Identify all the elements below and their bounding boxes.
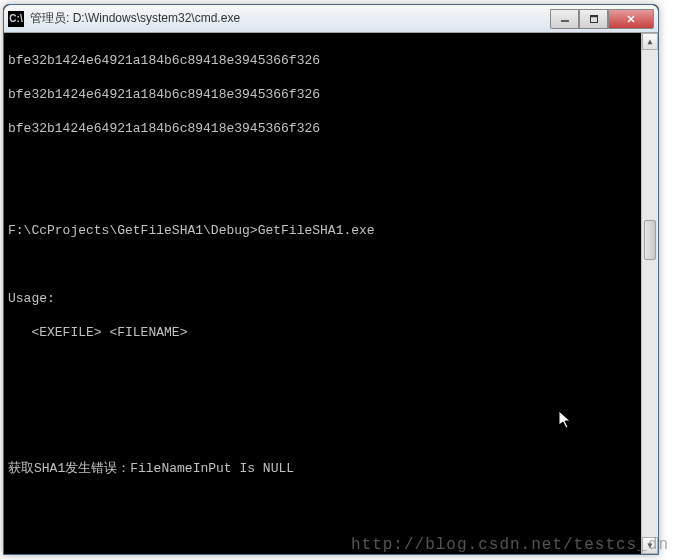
- output-line: [8, 494, 637, 511]
- console-output[interactable]: bfe32b1424e64921a184b6c89418e3945366f326…: [4, 33, 641, 554]
- window-title: 管理员: D:\Windows\system32\cmd.exe: [30, 10, 550, 27]
- content-area: bfe32b1424e64921a184b6c89418e3945366f326…: [4, 33, 658, 554]
- scroll-track[interactable]: [642, 50, 658, 537]
- error-line: 获取SHA1发生错误：FileNameInPut Is NULL: [8, 460, 637, 477]
- maximize-button[interactable]: [579, 9, 608, 29]
- output-line: [8, 528, 637, 545]
- titlebar[interactable]: C:\ 管理员: D:\Windows\system32\cmd.exe: [4, 5, 658, 33]
- output-line: [8, 358, 637, 375]
- scroll-up-button[interactable]: ▲: [642, 33, 658, 50]
- output-line: bfe32b1424e64921a184b6c89418e3945366f326: [8, 52, 637, 69]
- close-button[interactable]: [608, 9, 654, 29]
- output-line: [8, 188, 637, 205]
- output-line: Usage:: [8, 290, 637, 307]
- minimize-button[interactable]: [550, 9, 579, 29]
- output-line: bfe32b1424e64921a184b6c89418e3945366f326: [8, 86, 637, 103]
- output-line: [8, 256, 637, 273]
- output-line: bfe32b1424e64921a184b6c89418e3945366f326: [8, 120, 637, 137]
- scroll-thumb[interactable]: [644, 220, 656, 260]
- window-controls: [550, 9, 654, 29]
- output-line: [8, 426, 637, 443]
- output-line: <EXEFILE> <FILENAME>: [8, 324, 637, 341]
- output-line: [8, 392, 637, 409]
- vertical-scrollbar[interactable]: ▲ ▼: [641, 33, 658, 554]
- cmd-window: C:\ 管理员: D:\Windows\system32\cmd.exe bfe…: [3, 4, 659, 555]
- cmd-icon: C:\: [8, 11, 24, 27]
- prompt-line: F:\CcProjects\GetFileSHA1\Debug>GetFileS…: [8, 222, 637, 239]
- scroll-down-button[interactable]: ▼: [642, 537, 658, 554]
- output-line: [8, 154, 637, 171]
